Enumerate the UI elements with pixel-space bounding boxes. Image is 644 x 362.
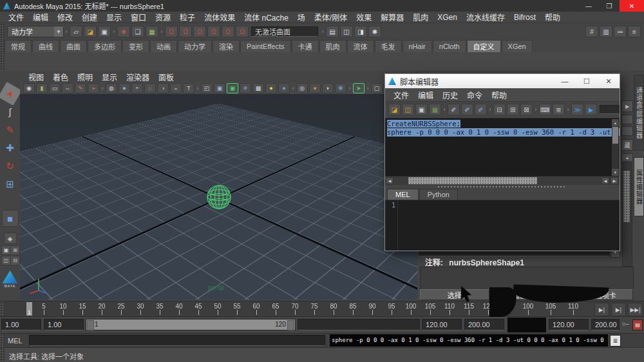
paint-blue-icon[interactable]: ❃ (335, 83, 346, 93)
rail-button[interactable] (621, 126, 633, 136)
menu-item-16[interactable]: 流水线缓存 (462, 12, 509, 23)
side-tab-0[interactable]: 通道盒/层编辑器 (634, 75, 644, 151)
animation-end-field[interactable]: 200.00 (464, 319, 504, 330)
rail-button[interactable] (621, 115, 633, 124)
se-close-button[interactable]: ✕ (598, 74, 620, 88)
layout-three-icon[interactable]: ◫ (1, 256, 11, 265)
time-slider[interactable]: 1 51015202530354045505560657075808590951… (0, 301, 644, 317)
tab-python[interactable]: Python (419, 189, 458, 200)
pane-both-icon[interactable]: ⊠ (520, 104, 533, 115)
render-view-icon[interactable]: ▤ (326, 26, 339, 37)
menu-item-7[interactable]: 粒子 (175, 12, 200, 23)
last-tool-icon[interactable]: ■ (2, 210, 19, 227)
camera-select-icon[interactable]: ◉ (23, 83, 35, 93)
menu-item-8[interactable]: 流体效果 (200, 12, 240, 23)
shelf-tab-12[interactable]: 毛发 (375, 40, 402, 52)
select-tool[interactable]: ➤ (0, 82, 22, 106)
panel-menu-1[interactable]: 着色 (48, 71, 73, 82)
clear-history-icon[interactable]: ✐ (448, 104, 460, 115)
wireframe-icon[interactable]: ◍ (106, 83, 117, 93)
shelf-tab-7[interactable]: 渲染 (213, 40, 240, 52)
render-settings-icon[interactable]: ✱ (368, 26, 381, 37)
shelf-body-handle[interactable] (0, 52, 5, 71)
snap-grid-icon[interactable]: Ω (165, 26, 178, 37)
scroll-left-icon[interactable]: ◀ (386, 177, 393, 184)
xray-active-icon[interactable]: ▣ (227, 83, 238, 93)
se-menu-1[interactable]: 编辑 (413, 90, 438, 100)
command-result-field[interactable]: sphere -p 0 0 0 -ax 0 1 0 -ssw 0 -esw 36… (330, 334, 608, 347)
go-to-end-button[interactable]: ▶▶| (628, 303, 643, 316)
layout-single-icon[interactable]: ▣ (1, 245, 11, 255)
scrollbar-thumb[interactable] (623, 171, 630, 222)
expand-arrow-icon[interactable]: ▶ (621, 100, 633, 112)
execute-all-icon[interactable]: ≫ (571, 104, 583, 115)
se-search-field[interactable] (600, 105, 620, 114)
menu-item-17[interactable]: Bifrost (509, 13, 540, 22)
history-h-scrollbar[interactable]: ◀ ◀ ▶ (385, 176, 620, 185)
render-current-frame-icon[interactable]: ◫ (340, 26, 353, 37)
pane-splitter[interactable] (385, 184, 620, 189)
panel-menu-2[interactable]: 照明 (73, 71, 97, 82)
menu-item-14[interactable]: 肌肉 (408, 12, 433, 23)
tool-settings-toggle-icon[interactable]: ≔ (614, 26, 627, 37)
se-menu-2[interactable]: 历史 (438, 90, 462, 100)
shelf-tab-2[interactable]: 曲面 (60, 40, 87, 52)
pane-input-icon[interactable]: ⊞ (507, 104, 519, 115)
scrollbar-thumb[interactable] (408, 177, 537, 184)
animation-end-field-dup[interactable]: 200.00 (591, 319, 620, 330)
menu-item-1[interactable]: 编辑 (28, 12, 53, 23)
shelf-tab-10[interactable]: 肌肉 (319, 40, 346, 52)
playback-end-field-dup[interactable]: 120.00 (549, 319, 589, 330)
script-editor-window[interactable]: 脚本编辑器 — ☐ ✕ 文件编辑历史命令帮助 ◪◫▣▦›✐✐✐›⊟⊞⊠›⌨≣›≫… (384, 73, 620, 251)
menu-item-12[interactable]: 效果 (352, 12, 376, 23)
cube-outline-icon[interactable]: ▢ (371, 83, 383, 93)
script-editor-toggle-icon[interactable]: ≣ (610, 335, 621, 347)
menu-item-6[interactable]: 资源 (151, 12, 175, 23)
perspective-viewport[interactable]: 视图着色照明显示渲染器面板 ◉▮▭⇔✎➢›◍●◓◌◑◒T›◰▣▣#▩●●›◎●◗… (20, 71, 417, 300)
step-forward-button[interactable]: ▶| (611, 303, 626, 316)
animation-preferences-icon[interactable]: ▤ (632, 319, 643, 330)
attribute-editor-toggle-icon[interactable]: ≡ (628, 26, 641, 37)
scroll-up-icon[interactable]: ▲ (612, 119, 619, 126)
close-button[interactable]: ✕ (620, 0, 644, 12)
command-input-field[interactable] (29, 335, 325, 346)
paint-select-tool[interactable]: ✎ (1, 121, 19, 138)
panel-menu-5[interactable]: 面板 (154, 71, 178, 82)
motion-blur-icon[interactable]: T (183, 83, 194, 93)
save-script-icon[interactable]: ▣ (415, 104, 428, 115)
help-line-handle[interactable] (0, 348, 5, 362)
shelf-tab-4[interactable]: 变形 (122, 40, 149, 52)
snap-view-plane-icon[interactable]: Ω (222, 26, 234, 37)
layout-four-icon[interactable]: ⊞ (10, 245, 20, 255)
shelf-tab-0[interactable]: 常规 (5, 40, 32, 52)
channel-box-toggle-icon[interactable]: ▥ (600, 26, 612, 37)
timeline-handle[interactable] (0, 301, 5, 316)
side-tab-1[interactable]: 属性编辑器 (634, 157, 644, 216)
shelf-tab-15[interactable]: 自定义 (467, 40, 501, 52)
command-line-toggle-icon[interactable]: ⌨ (539, 104, 551, 115)
rotate-tool[interactable]: ↻ (1, 157, 19, 175)
character-set-field[interactable] (298, 319, 420, 330)
range-start-handle[interactable] (87, 320, 94, 330)
checker-icon[interactable]: ▩ (252, 83, 264, 93)
menu-item-5[interactable]: 窗口 (126, 12, 151, 23)
menu-item-0[interactable]: 文件 (4, 12, 28, 23)
minimize-button[interactable]: — (578, 0, 599, 12)
shelf-drag-handle[interactable] (0, 40, 5, 52)
menu-item-2[interactable]: 修改 (53, 12, 77, 23)
select-highlight-icon[interactable]: ➤ (353, 83, 365, 93)
scroll-right-icon[interactable]: ▶ (611, 177, 618, 184)
textured-ball-icon[interactable]: ● (278, 83, 290, 93)
history-pane[interactable]: CreateNURBSSphere;sphere -p 0 0 0 -ax 0 … (385, 118, 620, 176)
snap-surface-icon[interactable]: Ω (236, 26, 249, 37)
orange-ball-icon[interactable]: ● (309, 83, 321, 93)
select-component-icon[interactable]: ▦ (146, 26, 158, 37)
scale-tool[interactable]: ⊞ (1, 175, 19, 193)
camera-light-icon[interactable]: ◎ (296, 83, 308, 93)
restore-button[interactable]: ❐ (599, 0, 620, 12)
open-script-icon[interactable]: ◪ (388, 104, 401, 115)
shadows-icon[interactable]: ◑ (157, 83, 169, 93)
shelf-tab-6[interactable]: 动力学 (178, 40, 212, 52)
shelf-tab-11[interactable]: 流体 (347, 40, 374, 52)
uv-texture-icon[interactable]: ◈ (4, 233, 17, 244)
